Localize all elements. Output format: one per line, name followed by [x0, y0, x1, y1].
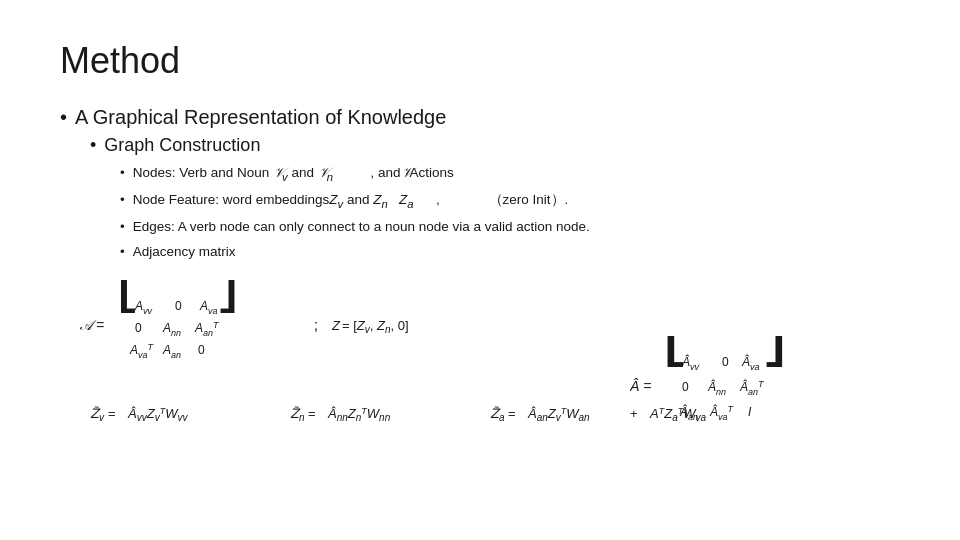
list-item-text: Nodes: Verb and Noun 𝒱v and 𝒱n , and𝒱Act…	[133, 162, 454, 187]
hat-matrix-area: Â = [ Âvv 0 Âva 0 Ânn ÂanT Âan ÂvaT I ]	[630, 336, 830, 440]
list-item: Nodes: Verb and Noun 𝒱v and 𝒱n , and𝒱Act…	[120, 162, 900, 187]
list-item-text: Node Feature: word embeddingsZv and Zn Z…	[133, 189, 569, 214]
matrix-A-svg: 𝒜 = [ Avv 0 Ava 0 Ann AanT AvaT Aan 0	[80, 280, 300, 370]
svg-text:]: ]	[220, 280, 239, 313]
bullet-list: Nodes: Verb and Noun 𝒱v and 𝒱n , and𝒱Act…	[120, 162, 900, 264]
svg-text:0: 0	[135, 321, 142, 335]
svg-text:ÂnnZnTWnn: ÂnnZnTWnn	[327, 406, 391, 423]
svg-text:Âan: Âan	[679, 404, 698, 422]
page-title: Method	[60, 40, 900, 82]
svg-text:[: [	[662, 336, 684, 368]
svg-text:Âvv: Âvv	[681, 354, 700, 372]
svg-text:Z̃a: Z̃a	[490, 405, 505, 422]
level2-bullet-icon: •	[90, 135, 96, 156]
svg-text:0: 0	[175, 299, 182, 313]
list-item-text: Adjacency matrix	[133, 241, 236, 264]
list-item: Node Feature: word embeddingsZv and Zn Z…	[120, 189, 900, 214]
svg-text:[: [	[116, 280, 135, 313]
list-item-text: Edges: A verb node can only connect to a…	[133, 216, 590, 239]
svg-text:𝒜 =: 𝒜 =	[80, 317, 104, 333]
matrix-Z-svg: Z = [Zv, Zn, 0]	[332, 310, 452, 340]
svg-text:Z: Z	[332, 318, 341, 333]
svg-text:ÂanZvTWan: ÂanZvTWan	[527, 406, 590, 423]
svg-text:Ânn: Ânn	[707, 379, 726, 397]
svg-text:Aan: Aan	[162, 343, 181, 360]
svg-text:Z̃v: Z̃v	[90, 405, 105, 422]
svg-text:ÂvaT: ÂvaT	[709, 404, 735, 422]
svg-text:= [Zv, Zn, 0]: = [Zv, Zn, 0]	[342, 318, 409, 335]
svg-text:Z̃n: Z̃n	[290, 405, 305, 422]
svg-text:0: 0	[198, 343, 205, 357]
svg-text:Â =: Â =	[630, 378, 651, 394]
svg-text:0: 0	[682, 380, 689, 394]
svg-text:I: I	[748, 405, 752, 419]
list-item: Adjacency matrix	[120, 241, 900, 264]
list-item: Edges: A verb node can only connect to a…	[120, 216, 900, 239]
svg-text:0: 0	[722, 355, 729, 369]
svg-text:=: =	[508, 406, 516, 421]
slide: Method • A Graphical Representation of K…	[0, 0, 960, 540]
svg-text:Ava: Ava	[199, 299, 218, 316]
level2-item: • Graph Construction	[90, 135, 900, 156]
svg-text:Âva: Âva	[741, 354, 760, 372]
level1-text: A Graphical Representation of Knowledge	[75, 106, 446, 129]
level1-item: • A Graphical Representation of Knowledg…	[60, 106, 900, 129]
bullet-icon: •	[60, 106, 67, 129]
svg-text:ÂanT: ÂanT	[739, 379, 765, 397]
svg-text:Avv: Avv	[134, 299, 153, 316]
matrix-Ahat-svg: Â = [ Âvv 0 Âva 0 Ânn ÂanT Âan ÂvaT I ]	[630, 336, 830, 436]
svg-text:]: ]	[766, 336, 788, 368]
svg-text:AvaT: AvaT	[129, 342, 155, 360]
level2-text: Graph Construction	[104, 135, 260, 156]
svg-text:ÂvvZvTWvv: ÂvvZvTWvv	[127, 406, 188, 423]
svg-text:Ann: Ann	[162, 321, 181, 338]
svg-text:=: =	[108, 406, 116, 421]
svg-text:=: =	[308, 406, 316, 421]
semicolon: ;	[314, 317, 318, 333]
svg-text:AanT: AanT	[194, 320, 220, 338]
